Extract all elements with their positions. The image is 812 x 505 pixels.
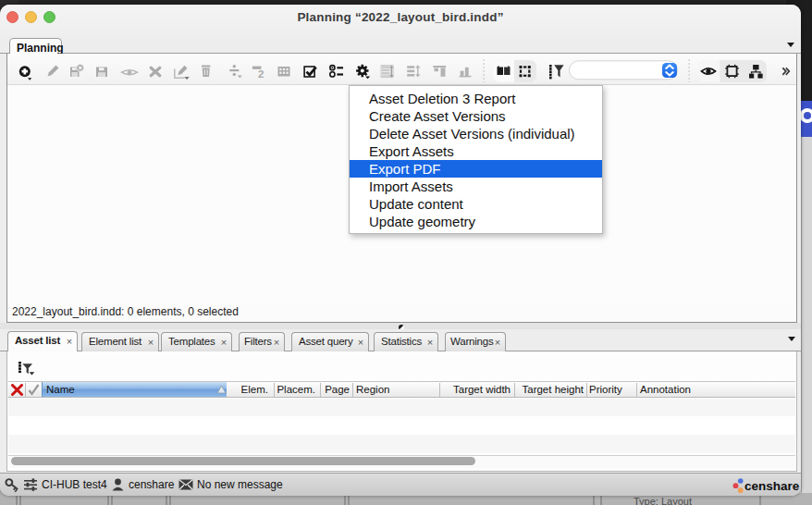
svg-text:2: 2: [258, 68, 264, 80]
